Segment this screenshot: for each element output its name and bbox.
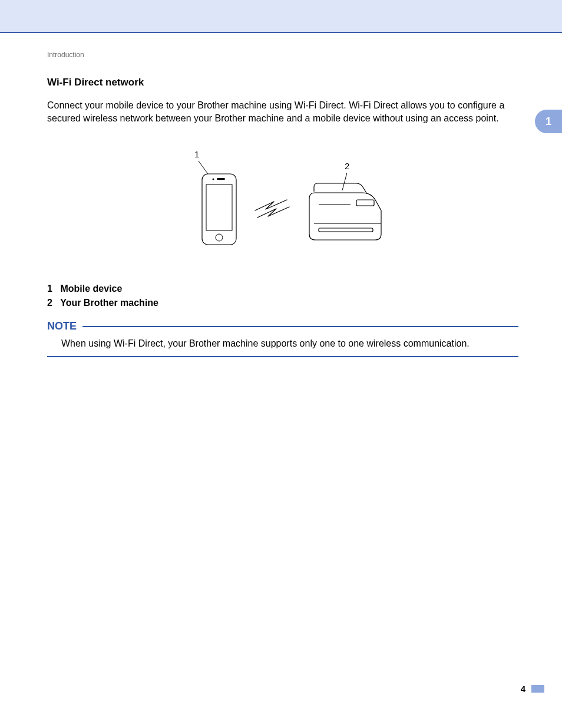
legend-text: Your Brother machine — [60, 298, 158, 308]
figure-legend: 1 Mobile device 2 Your Brother machine — [47, 284, 518, 308]
note-body: When using Wi-Fi Direct, your Brother ma… — [47, 332, 518, 356]
legend-item-2: 2 Your Brother machine — [47, 298, 518, 308]
header-band — [0, 0, 562, 33]
figure-wifi-direct: 1 2 — [47, 146, 518, 266]
legend-num: 2 — [47, 298, 58, 308]
chapter-tab: 1 — [535, 110, 562, 133]
note-block: NOTE When using Wi-Fi Direct, your Broth… — [47, 320, 518, 357]
chapter-number: 1 — [546, 116, 551, 128]
svg-line-6 — [342, 173, 347, 190]
main-content: Wi-Fi Direct network Connect your mobile… — [47, 77, 518, 357]
figure-label-1: 1 — [194, 149, 199, 159]
page-tick-icon — [531, 685, 544, 693]
note-rule-top — [82, 326, 518, 327]
printer-icon — [309, 183, 381, 240]
note-rule-bottom — [47, 356, 518, 357]
page-number: 4 — [521, 684, 525, 694]
svg-rect-8 — [319, 228, 373, 232]
legend-num: 1 — [47, 284, 58, 294]
svg-rect-9 — [356, 200, 374, 206]
legend-item-1: 1 Mobile device — [47, 284, 518, 294]
svg-rect-5 — [217, 178, 225, 180]
intro-paragraph: Connect your mobile device to your Broth… — [47, 99, 518, 124]
breadcrumb: Introduction — [47, 51, 84, 59]
wireless-icon — [255, 200, 289, 218]
legend-text: Mobile device — [60, 284, 122, 294]
mobile-device-icon — [202, 174, 236, 245]
figure-label-2: 2 — [345, 161, 349, 171]
svg-rect-2 — [206, 185, 232, 230]
section-title: Wi-Fi Direct network — [47, 77, 518, 88]
page-footer: 4 — [521, 684, 544, 694]
note-heading: NOTE — [47, 320, 77, 332]
svg-point-4 — [213, 179, 214, 180]
